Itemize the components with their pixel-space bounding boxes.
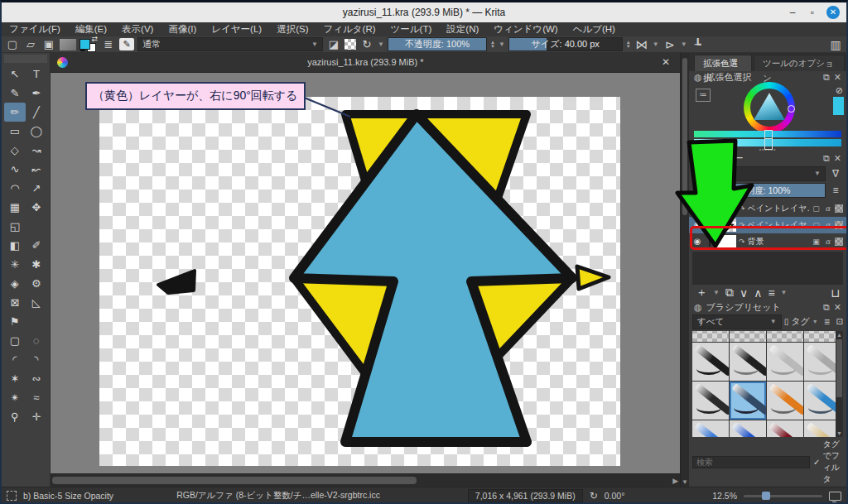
brush-size-slider[interactable]: サイズ: 40.00 px <box>508 37 623 51</box>
wrap-around-icon[interactable]: ⊳ <box>662 38 677 51</box>
layer-lock-icon[interactable]: ▢ <box>812 221 821 229</box>
tab-advanced-color-selector[interactable]: 拡張色選択 <box>694 55 752 71</box>
mirror-canvas-icon[interactable]: ⋈ <box>634 38 649 51</box>
tool-color-sampler-icon[interactable]: ✐ <box>26 236 47 255</box>
brush-preset[interactable] <box>730 343 766 381</box>
tool-freehand-select-icon[interactable]: ◝ <box>26 350 47 369</box>
close-docker-icon[interactable]: ✕ <box>834 72 841 83</box>
tool-transform-icon[interactable]: ▦ <box>4 198 26 217</box>
tool-dynamic-brush-icon[interactable]: ◠ <box>4 179 26 198</box>
preserve-alpha-icon[interactable] <box>344 39 356 50</box>
trim-canvas-icon[interactable]: ┺ <box>691 38 706 51</box>
menu-item[interactable]: ウィンドウ(W) <box>486 22 565 36</box>
menu-item[interactable]: ツール(T) <box>383 22 440 36</box>
layer-thumbnail[interactable] <box>716 235 736 248</box>
tag-icon[interactable]: ▯ <box>784 317 789 326</box>
opacity-spinner[interactable]: ▲▼ <box>490 41 495 49</box>
monitor-profile-icon[interactable] <box>829 492 841 501</box>
layer-lock-icon[interactable]: ▢ <box>812 204 821 213</box>
inherit-alpha-icon[interactable] <box>835 221 843 229</box>
color-history-bar[interactable] <box>694 131 841 137</box>
layer-name[interactable]: 背景 <box>748 236 809 247</box>
brush-preset[interactable] <box>692 382 729 420</box>
preset-scrollbar[interactable]: ▲ ▼ <box>836 331 843 437</box>
tool-bezier-curve-icon[interactable]: ∿ <box>4 160 26 179</box>
inherit-alpha-icon[interactable] <box>835 238 843 246</box>
float-docker-icon[interactable]: ⧉ <box>823 302 830 313</box>
tool-rectangle-icon[interactable]: ▭ <box>4 122 26 141</box>
vertical-scrollbar[interactable]: ▼ <box>680 53 689 487</box>
document-close-icon[interactable]: ✕ <box>658 56 673 68</box>
scroll-right-icon[interactable]: ▶ <box>672 477 678 485</box>
menu-item[interactable]: フィルタ(R) <box>316 22 383 36</box>
alpha-lock-icon[interactable]: α <box>823 238 832 246</box>
horizontal-scrollbar[interactable]: ▶ <box>51 473 680 487</box>
advanced-color-selector[interactable]: ≔ ⊘ <box>689 84 846 130</box>
tool-edit-shapes-icon[interactable]: ✎ <box>4 84 26 103</box>
preset-scrollbar-thumb[interactable] <box>836 339 842 397</box>
tool-ellipse-select-icon[interactable]: ◌ <box>26 331 47 350</box>
tool-polyline-icon[interactable]: ↝ <box>26 141 47 160</box>
zoom-slider[interactable] <box>744 495 822 497</box>
tag-button[interactable]: タグ <box>791 315 810 328</box>
preset-display-menu-icon[interactable]: ≡ <box>821 316 834 328</box>
selection-mode-icon[interactable] <box>7 491 17 501</box>
no-color-icon[interactable]: ⊘ <box>836 85 843 96</box>
tool-ellipse-icon[interactable]: ◯ <box>26 122 47 141</box>
docker-lock-icon[interactable]: ◍ <box>694 72 702 83</box>
tool-zoom-icon[interactable]: ⚲ <box>4 407 26 426</box>
layer-row[interactable]: ◉↷ペイントレイヤ…▢α <box>689 200 846 217</box>
alpha-lock-icon[interactable]: α <box>823 221 832 229</box>
layer-visibility-icon[interactable]: ◉ <box>692 204 702 213</box>
docker-lock-icon[interactable]: ◍ <box>694 153 702 164</box>
preset-view-icon[interactable]: ⊡ <box>836 317 843 326</box>
selector-settings-icon[interactable]: ≔ <box>696 89 711 102</box>
tool-pan-icon[interactable]: ✛ <box>26 407 47 426</box>
add-layer-button[interactable]: ＋ <box>696 286 707 300</box>
size-spinner[interactable]: ▲▼ <box>626 41 631 49</box>
tool-smart-patch-icon[interactable]: ⊠ <box>4 293 26 312</box>
move-layer-down-button[interactable]: ∨ <box>740 286 748 300</box>
maximize-button[interactable]: ▫ <box>807 7 818 18</box>
brush-preset[interactable] <box>692 343 729 381</box>
tool-fill-icon[interactable]: ◈ <box>4 274 26 293</box>
rotation-icon[interactable]: ↻ <box>590 490 598 502</box>
zoom-slider-knob[interactable] <box>762 492 770 500</box>
layer-opacity-slider[interactable]: 不透明度: 100% <box>693 183 826 198</box>
layer-properties-button[interactable]: ≡ <box>768 286 774 300</box>
move-layer-up-button[interactable]: ∧ <box>754 286 762 300</box>
scroll-up-icon[interactable]: ▲ <box>836 332 842 338</box>
tool-move-icon[interactable]: ✥ <box>26 198 47 217</box>
tool-reference-images-icon[interactable]: ⚑ <box>4 312 26 331</box>
vertical-scrollbar-thumb[interactable] <box>682 58 687 215</box>
tool-polygonal-select-icon[interactable]: ◜ <box>4 350 26 369</box>
menu-item[interactable]: 表示(V) <box>114 22 161 36</box>
canvas-viewport[interactable]: （黄色）レイヤーが、右に90°回転する <box>51 73 680 473</box>
tool-gradient-icon[interactable]: ◧ <box>4 236 26 255</box>
docker-lock-icon[interactable]: ◍ <box>694 302 702 313</box>
horizontal-scrollbar-thumb[interactable] <box>52 477 417 484</box>
close-docker-icon[interactable]: ✕ <box>834 153 841 164</box>
brush-preset[interactable] <box>692 420 729 437</box>
brush-preset[interactable] <box>730 420 766 437</box>
document-tab[interactable]: yazirusi_11.kra (293.9 MiB) * ✕ <box>51 53 680 73</box>
float-docker-icon[interactable]: ⧉ <box>823 72 830 83</box>
brush-preset[interactable] <box>767 343 803 381</box>
menu-item[interactable]: 選択(S) <box>269 22 316 36</box>
alpha-lock-icon[interactable]: α <box>823 204 832 213</box>
toolbox-grip[interactable] <box>4 55 47 63</box>
menu-item[interactable]: ヘルプ(H) <box>566 22 623 36</box>
opacity-slider[interactable]: 不透明度: 100% <box>388 37 487 51</box>
tool-polygon-icon[interactable]: ◇ <box>4 141 26 160</box>
gradient-swatch[interactable] <box>60 39 76 50</box>
brush-preset[interactable] <box>730 331 766 342</box>
workspace-chooser-icon[interactable]: ▥ <box>828 38 843 51</box>
preset-filter-select[interactable]: すべて ▼ <box>692 314 782 329</box>
edit-brush-settings-icon[interactable]: ✎ <box>119 38 134 50</box>
brush-preset[interactable] <box>692 331 729 342</box>
menu-item[interactable]: 画像(I) <box>161 22 204 36</box>
foreground-color-swatch[interactable] <box>80 39 90 50</box>
layer-name[interactable]: ペイントレイヤ… <box>748 203 809 214</box>
layer-visibility-icon[interactable]: ◉ <box>692 237 702 246</box>
gradient-bar-handle[interactable] <box>764 138 773 150</box>
